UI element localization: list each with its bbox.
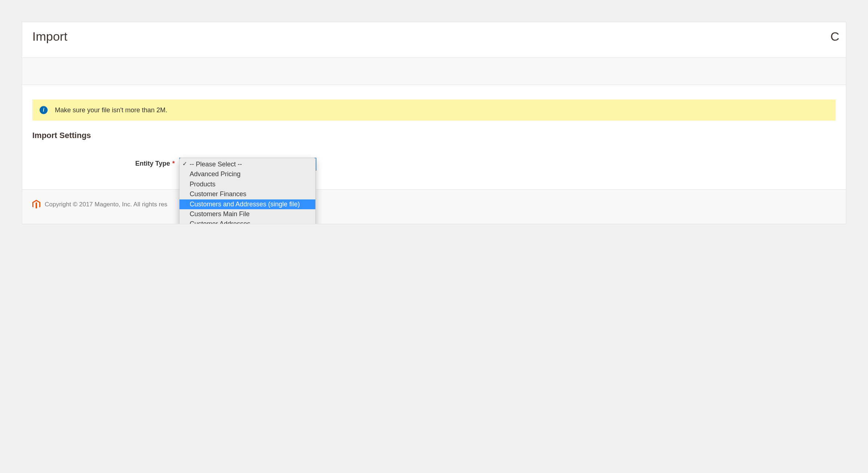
notice-text: Make sure your file isn't more than 2M. bbox=[55, 106, 167, 114]
entity-type-label-wrap: Entity Type * bbox=[32, 159, 175, 167]
notice-box: i Make sure your file isn't more than 2M… bbox=[32, 100, 836, 121]
magento-icon bbox=[32, 200, 40, 209]
toolbar-area bbox=[22, 57, 846, 85]
info-icon: i bbox=[40, 106, 48, 114]
dropdown-option-products[interactable]: Products bbox=[179, 179, 315, 189]
dropdown-option-please-select[interactable]: -- Please Select -- bbox=[179, 159, 315, 169]
import-settings-heading: Import Settings bbox=[32, 131, 836, 140]
dropdown-option-customer-finances[interactable]: Customer Finances bbox=[179, 189, 315, 199]
copyright-text: Copyright © 2017 Magento, Inc. All right… bbox=[45, 201, 167, 208]
dropdown-option-customer-addresses[interactable]: Customer Addresses bbox=[179, 219, 315, 224]
footer: Copyright © 2017 Magento, Inc. All right… bbox=[22, 189, 846, 224]
content-area: i Make sure your file isn't more than 2M… bbox=[22, 85, 846, 167]
page-container: Import C i Make sure your file isn't mor… bbox=[22, 22, 846, 224]
entity-type-row: Entity Type * -- Please Select -- Advanc… bbox=[32, 159, 836, 167]
page-title: Import bbox=[32, 29, 67, 44]
entity-type-dropdown[interactable]: -- Please Select -- Advanced Pricing Pro… bbox=[179, 158, 316, 224]
dropdown-option-advanced-pricing[interactable]: Advanced Pricing bbox=[179, 169, 315, 179]
required-asterisk: * bbox=[172, 160, 175, 167]
dropdown-option-customers-addresses[interactable]: Customers and Addresses (single file) bbox=[179, 199, 315, 209]
page-header: Import C bbox=[22, 22, 846, 57]
entity-type-label: Entity Type bbox=[135, 160, 170, 167]
clipped-title-char: C bbox=[830, 29, 839, 44]
dropdown-option-customers-main-file[interactable]: Customers Main File bbox=[179, 209, 315, 219]
